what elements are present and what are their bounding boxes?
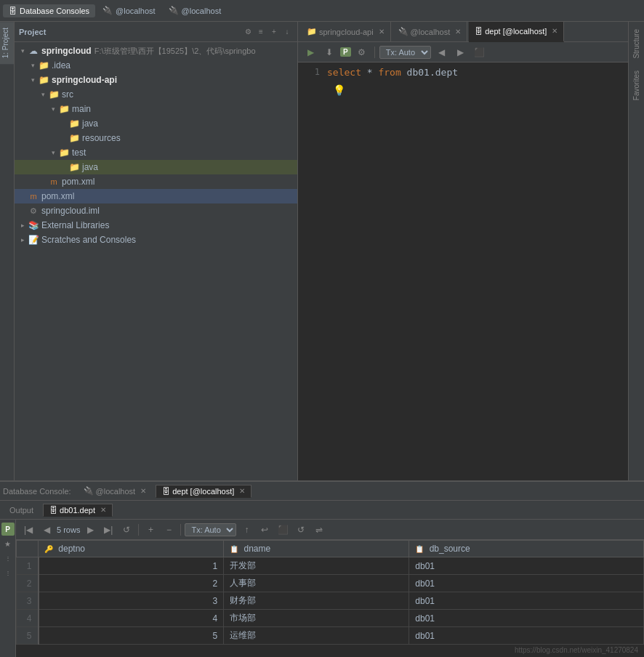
label-pom-api: pom.xml	[62, 177, 94, 187]
tree-item-test[interactable]: 📁 test	[15, 145, 297, 160]
db-consoles-label: Database Consoles	[20, 7, 89, 15]
path-springcloud: F:\班级管理\西开【19525】\2、代码\springbo	[94, 46, 256, 57]
tree-item-main[interactable]: 📁 main	[15, 102, 297, 116]
bottom-tab-localhost-close[interactable]: ✕	[140, 487, 146, 495]
localhost2-label: @localhost	[182, 7, 222, 15]
first-row-btn[interactable]: |◀	[20, 522, 36, 538]
last-row-btn[interactable]: ▶|	[100, 522, 116, 538]
tx-select-bottom[interactable]: Tx: Auto	[185, 523, 236, 536]
col-label-dname: dname	[243, 544, 270, 554]
col-label-db-source: db_source	[430, 544, 470, 554]
table-row[interactable]: 4 4 市场部 db01	[17, 610, 644, 627]
icon-java-main: 📁	[68, 118, 80, 129]
col-rollback-btn[interactable]: ↩	[257, 522, 273, 538]
run-button[interactable]: ▶	[302, 44, 318, 60]
cell-dname: 运维部	[224, 627, 409, 645]
tree-item-external-libs[interactable]: 📚 External Libraries	[15, 218, 297, 233]
result-tab-db01-close[interactable]: ✕	[100, 506, 106, 514]
bottom-tab-localhost-label: @localhost	[96, 487, 136, 496]
code-editor[interactable]: 1 select * from db01.dept 💡	[298, 63, 628, 480]
result-tab-output-label: Output	[9, 506, 33, 515]
reload-btn[interactable]: ↺	[118, 522, 134, 538]
commit-button[interactable]: ⬇	[321, 44, 337, 60]
cell-dname: 财务部	[224, 592, 409, 610]
bottom-tab-dept[interactable]: 🗄 dept [@localhost] ✕	[156, 485, 251, 498]
icon-springcloud-api: 📁	[38, 74, 49, 86]
cell-row-num: 1	[17, 557, 39, 575]
tree-item-scratches[interactable]: 📝 Scratches and Consoles	[15, 233, 297, 247]
next-row-btn[interactable]: ▶	[82, 522, 98, 538]
tree-item-pom-root[interactable]: m pom.xml	[15, 189, 297, 203]
col-reload2-btn[interactable]: ↺	[293, 522, 309, 538]
col-stop-btn[interactable]: ⬛	[275, 522, 291, 538]
cell-db-source: db01	[409, 592, 644, 610]
table-row[interactable]: 3 3 财务部 db01	[17, 592, 644, 610]
tree-item-src[interactable]: 📁 src	[15, 87, 297, 102]
side-icon-star[interactable]: ★	[1, 537, 15, 550]
sidebar-collapse-btn[interactable]: ↓	[281, 26, 293, 38]
tree-item-springcloud-api[interactable]: 📁 springcloud-api	[15, 73, 297, 87]
sidebar-add-btn[interactable]: +	[268, 26, 280, 38]
arrow-resources	[58, 133, 68, 143]
col-more-btn[interactable]: ⇌	[311, 522, 327, 538]
bottom-inner: P ★ ⋮ ⋮ |◀ ◀ 5 rows ▶ ▶| ↺ + − Tx: Auto	[0, 520, 644, 657]
tree-item-java-main[interactable]: 📁 java	[15, 116, 297, 131]
nav-next-button[interactable]: ▶	[453, 44, 469, 60]
col-header-row-num	[17, 541, 39, 557]
table-row[interactable]: 1 1 开发部 db01	[17, 557, 644, 575]
label-scratches: Scratches and Consoles	[41, 235, 136, 245]
top-bar: 🗄 Database Consoles 🔌 @localhost 🔌 @loca…	[0, 0, 644, 22]
bottom-tab-localhost-icon: 🔌	[84, 486, 94, 496]
vtab-project[interactable]: 1: Project	[0, 22, 14, 64]
sidebar-settings-btn[interactable]: ⚙	[242, 26, 254, 38]
localhost1-icon: 🔌	[102, 6, 113, 15]
tab-localhost-1[interactable]: 🔌 @localhost	[97, 4, 161, 17]
bottom-tab-localhost[interactable]: 🔌 @localhost ✕	[77, 484, 153, 498]
editor-tab-springcloud-api[interactable]: 📁 springcloud-api ✕	[301, 22, 391, 42]
vtab-favorites[interactable]: Favorites	[631, 66, 642, 105]
table-row[interactable]: 2 2 人事部 db01	[17, 575, 644, 592]
col-commit-btn[interactable]: ↑	[238, 522, 254, 538]
label-resources: resources	[82, 133, 121, 143]
stop-button[interactable]: ⬛	[472, 44, 488, 60]
editor-tab-close-localhost[interactable]: ✕	[455, 28, 461, 36]
tx-select[interactable]: Tx: Auto	[379, 46, 431, 59]
delete-row-btn[interactable]: −	[161, 522, 177, 538]
icon-java-test: 📁	[68, 161, 80, 173]
cell-dname: 开发部	[224, 557, 409, 575]
prev-row-btn[interactable]: ◀	[39, 522, 55, 538]
nav-prev-button[interactable]: ◀	[434, 44, 450, 60]
kw-space3: db01.dept	[407, 67, 458, 78]
tree-item-pom-api[interactable]: m pom.xml	[15, 174, 297, 189]
result-tab-db01-dept[interactable]: 🗄 db01.dept ✕	[43, 504, 113, 517]
vtab-structure[interactable]: Structure	[631, 25, 642, 63]
tree-item-idea[interactable]: 📁 .idea	[15, 58, 297, 73]
settings-button[interactable]: ⚙	[354, 44, 370, 60]
result-tabs-bar: Output 🗄 db01.dept ✕	[0, 501, 644, 520]
add-row-btn[interactable]: +	[142, 522, 158, 538]
table-row[interactable]: 5 5 运维部 db01	[17, 627, 644, 645]
result-tab-db01-label: db01.dept	[60, 506, 95, 515]
col-label-deptno: deptno	[58, 544, 85, 554]
editor-tab-close-springcloud-api[interactable]: ✕	[379, 28, 385, 36]
tree-item-resources[interactable]: 📁 resources	[15, 131, 297, 145]
cell-deptno: 2	[39, 575, 224, 592]
label-java-test: java	[82, 162, 98, 172]
kw-star: *	[367, 67, 373, 78]
tree-item-java-test[interactable]: 📁 java	[15, 160, 297, 174]
editor-area: 📁 springcloud-api ✕ 🔌 @localhost ✕ 🗄 dep…	[298, 22, 628, 480]
editor-tab-localhost[interactable]: 🔌 @localhost ✕	[393, 22, 468, 42]
bottom-tab-dept-close[interactable]: ✕	[239, 487, 245, 495]
project-tree: ☁ springcloud F:\班级管理\西开【19525】\2、代码\spr…	[15, 42, 297, 249]
editor-tab-label-localhost: @localhost	[411, 28, 451, 36]
sidebar-menu-btn[interactable]: ≡	[255, 26, 267, 38]
tree-item-springcloud[interactable]: ☁ springcloud F:\班级管理\西开【19525】\2、代码\spr…	[15, 44, 297, 58]
tab-db-consoles[interactable]: 🗄 Database Consoles	[3, 4, 95, 17]
result-tab-output[interactable]: Output	[3, 504, 40, 517]
side-icon-col2[interactable]: ⋮	[1, 566, 15, 579]
side-icon-col1[interactable]: ⋮	[1, 552, 15, 565]
tree-item-iml[interactable]: ⚙ springcloud.iml	[15, 203, 297, 218]
editor-tab-close-dept[interactable]: ✕	[552, 27, 558, 35]
editor-tab-dept[interactable]: 🗄 dept [@localhost] ✕	[469, 22, 564, 42]
tab-localhost-2[interactable]: 🔌 @localhost	[163, 4, 228, 17]
